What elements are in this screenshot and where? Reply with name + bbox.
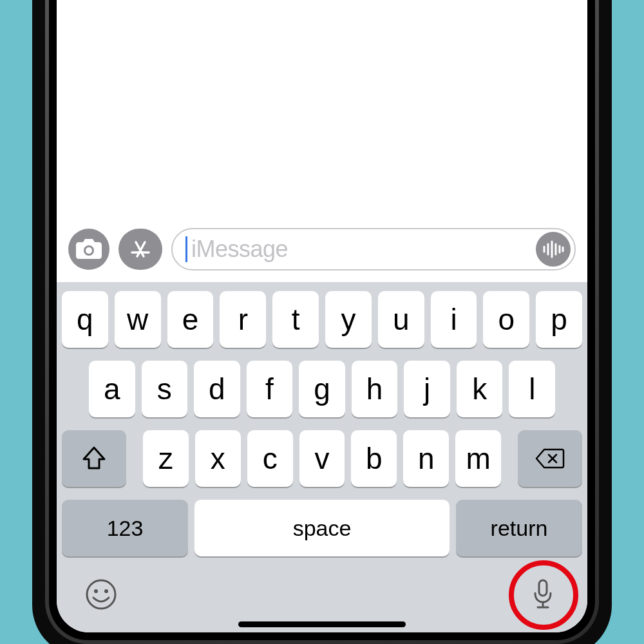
- key-x[interactable]: x: [195, 430, 241, 487]
- key-s[interactable]: s: [142, 361, 188, 417]
- svg-point-13: [87, 580, 115, 609]
- key-r[interactable]: r: [220, 291, 266, 348]
- key-o[interactable]: o: [483, 291, 529, 348]
- message-placeholder: iMessage: [191, 236, 288, 263]
- key-e[interactable]: e: [167, 291, 214, 348]
- key-n[interactable]: n: [403, 430, 449, 487]
- svg-line-2: [136, 242, 144, 256]
- audio-message-button[interactable]: [536, 232, 571, 267]
- phone-frame: iMessage q: [32, 0, 612, 644]
- home-indicator[interactable]: [238, 621, 406, 627]
- key-v[interactable]: v: [299, 430, 345, 487]
- shift-key[interactable]: [62, 430, 126, 487]
- key-j[interactable]: j: [404, 361, 450, 417]
- key-b[interactable]: b: [351, 430, 397, 487]
- keyboard-row-4: 123 space return: [62, 500, 582, 556]
- key-z[interactable]: z: [143, 430, 189, 487]
- waveform-icon: [542, 240, 565, 258]
- backspace-icon: [535, 448, 565, 469]
- keyboard: q w e r t y u i o p a s d f g h j k l: [57, 282, 587, 563]
- key-c[interactable]: c: [247, 430, 293, 487]
- emoji-button[interactable]: [82, 576, 120, 613]
- svg-point-1: [86, 247, 92, 254]
- dictation-button[interactable]: [524, 576, 562, 613]
- screen: iMessage q: [57, 0, 587, 632]
- key-i[interactable]: i: [431, 291, 477, 348]
- shift-icon: [81, 446, 107, 471]
- key-p[interactable]: p: [536, 291, 582, 348]
- conversation-area[interactable]: [57, 0, 587, 222]
- numeric-key[interactable]: 123: [62, 500, 188, 556]
- phone-bezel: iMessage q: [45, 0, 599, 644]
- text-cursor: [185, 236, 187, 262]
- keyboard-row-1: q w e r t y u i o p: [62, 291, 582, 348]
- svg-rect-16: [539, 580, 547, 596]
- message-input[interactable]: iMessage: [171, 228, 576, 270]
- camera-button[interactable]: [68, 229, 109, 270]
- backspace-key[interactable]: [518, 430, 582, 487]
- key-d[interactable]: d: [194, 361, 240, 417]
- key-m[interactable]: m: [455, 430, 501, 487]
- camera-icon: [76, 239, 102, 260]
- keyboard-row-3: z x c v b n m: [62, 430, 582, 487]
- key-a[interactable]: a: [89, 361, 135, 417]
- svg-line-3: [137, 242, 145, 256]
- key-w[interactable]: w: [115, 291, 161, 348]
- return-key[interactable]: return: [456, 500, 582, 556]
- key-f[interactable]: f: [247, 361, 293, 417]
- key-t[interactable]: t: [272, 291, 319, 348]
- app-store-icon: [129, 238, 152, 261]
- key-q[interactable]: q: [62, 291, 108, 348]
- key-h[interactable]: h: [352, 361, 398, 417]
- space-key[interactable]: space: [194, 500, 450, 556]
- key-u[interactable]: u: [378, 291, 424, 348]
- key-k[interactable]: k: [457, 361, 503, 417]
- key-y[interactable]: y: [325, 291, 372, 348]
- phone-inner-frame: iMessage q: [49, 0, 595, 640]
- key-g[interactable]: g: [299, 361, 345, 417]
- svg-point-15: [104, 589, 108, 593]
- keyboard-row-2: a s d f g h j k l: [62, 361, 582, 417]
- emoji-icon: [85, 578, 117, 611]
- key-l[interactable]: l: [509, 361, 555, 417]
- svg-point-14: [94, 589, 98, 593]
- microphone-icon: [530, 578, 556, 611]
- message-input-row: iMessage: [57, 222, 587, 282]
- app-store-button[interactable]: [118, 229, 162, 270]
